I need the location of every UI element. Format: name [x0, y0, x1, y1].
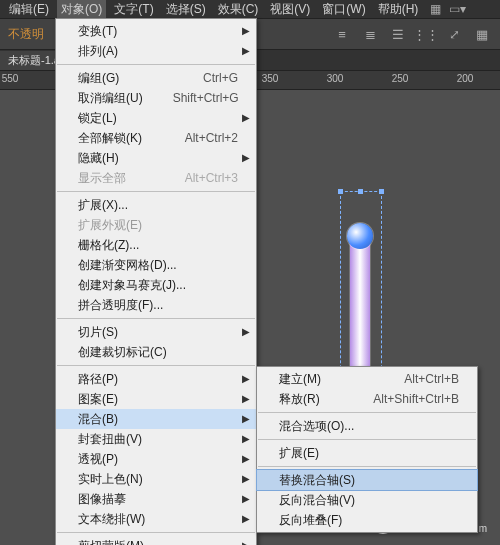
submenu-arrow-icon: ▶ [242, 433, 250, 444]
main_menu-label: 变换(T) [78, 23, 238, 40]
main_menu-item[interactable]: 排列(A)▶ [56, 41, 256, 61]
sub_menu-item[interactable]: 扩展(E) [257, 443, 477, 463]
main_menu-label: 混合(B) [78, 411, 238, 428]
main_menu-item[interactable]: 栅格化(Z)... [56, 235, 256, 255]
main_menu-label: 隐藏(H) [78, 150, 238, 167]
main_menu-shortcut: Shift+Ctrl+G [173, 91, 239, 105]
submenu-arrow-icon: ▶ [242, 413, 250, 424]
submenu-arrow-icon: ▶ [242, 393, 250, 404]
main_menu-item[interactable]: 混合(B)▶ [56, 409, 256, 429]
submenu-arrow-icon: ▶ [242, 373, 250, 384]
sub_menu-label: 替换混合轴(S) [279, 472, 459, 489]
blend-submenu: 建立(M)Alt+Ctrl+B释放(R)Alt+Shift+Ctrl+B混合选项… [256, 366, 478, 533]
main_menu-label: 透视(P) [78, 451, 238, 468]
menu-window[interactable]: 窗口(W) [318, 0, 369, 19]
main_menu-item[interactable]: 创建裁切标记(C) [56, 342, 256, 362]
sub_menu-item[interactable]: 释放(R)Alt+Shift+Ctrl+B [257, 389, 477, 409]
ruler-tick: 350 [262, 73, 279, 84]
ruler-tick: 200 [457, 73, 474, 84]
sub_menu-item[interactable]: 反向堆叠(F) [257, 510, 477, 530]
submenu-arrow-icon: ▶ [242, 493, 250, 504]
main_menu-label: 全部解锁(K) [78, 130, 185, 147]
main_menu-item[interactable]: 封套扭曲(V)▶ [56, 429, 256, 449]
main_menu-label: 图像描摹 [78, 491, 238, 508]
sub_menu-item[interactable]: 替换混合轴(S) [257, 470, 477, 490]
sub_menu-item[interactable]: 混合选项(O)... [257, 416, 477, 436]
main_menu-item[interactable]: 切片(S)▶ [56, 322, 256, 342]
main_menu-item[interactable]: 拼合透明度(F)... [56, 295, 256, 315]
sub_menu-label: 释放(R) [279, 391, 373, 408]
main_menu-item[interactable]: 取消编组(U)Shift+Ctrl+G [56, 88, 256, 108]
main_menu-label: 取消编组(U) [78, 90, 173, 107]
main_menu-label: 扩展(X)... [78, 197, 238, 214]
object-menu: 变换(T)▶排列(A)▶编组(G)Ctrl+G取消编组(U)Shift+Ctrl… [55, 18, 257, 545]
main_menu-label: 实时上色(N) [78, 471, 238, 488]
submenu-arrow-icon: ▶ [242, 45, 250, 56]
main_menu-item[interactable]: 实时上色(N)▶ [56, 469, 256, 489]
main_menu-item[interactable]: 创建对象马赛克(J)... [56, 275, 256, 295]
menu-object[interactable]: 对象(O) [57, 0, 106, 19]
menu-select[interactable]: 选择(S) [162, 0, 210, 19]
align-right-icon[interactable]: ☰ [388, 24, 408, 44]
transform-icon[interactable]: ⤢ [444, 24, 464, 44]
submenu-arrow-icon: ▶ [242, 152, 250, 163]
submenu-arrow-icon: ▶ [242, 25, 250, 36]
main_menu-item[interactable]: 剪切蒙版(M)▶ [56, 536, 256, 545]
main_menu-item[interactable]: 透视(P)▶ [56, 449, 256, 469]
ruler-tick: 300 [327, 73, 344, 84]
main_menu-label: 扩展外观(E) [78, 217, 238, 234]
main_menu-item[interactable]: 路径(P)▶ [56, 369, 256, 389]
main_menu-label: 切片(S) [78, 324, 238, 341]
submenu-arrow-icon: ▶ [242, 513, 250, 524]
menu-view[interactable]: 视图(V) [266, 0, 314, 19]
main_menu-label: 拼合透明度(F)... [78, 297, 238, 314]
main_menu-item[interactable]: 编组(G)Ctrl+G [56, 68, 256, 88]
main_menu-label: 创建裁切标记(C) [78, 344, 238, 361]
main_menu-shortcut: Alt+Ctrl+2 [185, 131, 238, 145]
main_menu-item[interactable]: 锁定(L)▶ [56, 108, 256, 128]
menu-edit[interactable]: 编辑(E) [5, 0, 53, 19]
main_menu-label: 创建渐变网格(D)... [78, 257, 238, 274]
sub_menu-shortcut: Alt+Shift+Ctrl+B [373, 392, 459, 406]
sub_menu-label: 混合选项(O)... [279, 418, 459, 435]
main_menu-label: 编组(G) [78, 70, 203, 87]
main_menu-item: 扩展外观(E) [56, 215, 256, 235]
menu-text[interactable]: 文字(T) [110, 0, 157, 19]
main_menu-label: 锁定(L) [78, 110, 238, 127]
main_menu-label: 封套扭曲(V) [78, 431, 238, 448]
opacity-label: 不透明 [8, 26, 44, 43]
sub_menu-label: 建立(M) [279, 371, 404, 388]
align-left-icon[interactable]: ≡ [332, 24, 352, 44]
grid-icon[interactable]: ▦ [472, 24, 492, 44]
main_menu-item[interactable]: 图像描摹▶ [56, 489, 256, 509]
main_menu-shortcut: Ctrl+G [203, 71, 238, 85]
main_menu-label: 路径(P) [78, 371, 238, 388]
main_menu-item: 显示全部Alt+Ctrl+3 [56, 168, 256, 188]
ruler-tick: 550 [2, 73, 19, 84]
main_menu-item[interactable]: 扩展(X)... [56, 195, 256, 215]
main_menu-item[interactable]: 隐藏(H)▶ [56, 148, 256, 168]
sub_menu-label: 反向混合轴(V) [279, 492, 459, 509]
main_menu-item[interactable]: 文本绕排(W)▶ [56, 509, 256, 529]
menu-effect[interactable]: 效果(C) [214, 0, 263, 19]
layout-icon[interactable]: ▭▾ [449, 2, 466, 16]
main_menu-item[interactable]: 变换(T)▶ [56, 21, 256, 41]
submenu-arrow-icon: ▶ [242, 453, 250, 464]
blend-cap-top [347, 223, 373, 249]
distribute-icon[interactable]: ⋮⋮ [416, 24, 436, 44]
sub_menu-item[interactable]: 建立(M)Alt+Ctrl+B [257, 369, 477, 389]
main_menu-label: 创建对象马赛克(J)... [78, 277, 238, 294]
main_menu-item[interactable]: 创建渐变网格(D)... [56, 255, 256, 275]
main_menu-item[interactable]: 全部解锁(K)Alt+Ctrl+2 [56, 128, 256, 148]
stock-icon[interactable]: ▦ [430, 2, 441, 16]
submenu-arrow-icon: ▶ [242, 112, 250, 123]
menubar: 编辑(E) 对象(O) 文字(T) 选择(S) 效果(C) 视图(V) 窗口(W… [0, 0, 500, 18]
sub_menu-label: 反向堆叠(F) [279, 512, 459, 529]
main_menu-label: 排列(A) [78, 43, 238, 60]
main_menu-label: 显示全部 [78, 170, 185, 187]
main_menu-item[interactable]: 图案(E)▶ [56, 389, 256, 409]
main_menu-label: 图案(E) [78, 391, 238, 408]
menu-help[interactable]: 帮助(H) [374, 0, 423, 19]
align-center-icon[interactable]: ≣ [360, 24, 380, 44]
sub_menu-item[interactable]: 反向混合轴(V) [257, 490, 477, 510]
